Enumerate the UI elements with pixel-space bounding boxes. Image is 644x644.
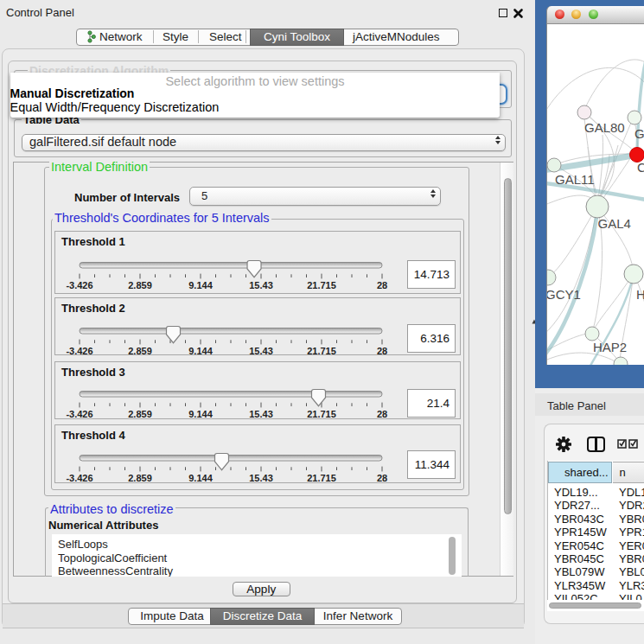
svg-text:21.715: 21.715 — [307, 280, 336, 290]
svg-text:15.43: 15.43 — [249, 473, 273, 483]
svg-text:15.43: 15.43 — [249, 346, 273, 356]
svg-text:9.144: 9.144 — [188, 346, 213, 356]
svg-text:2.859: 2.859 — [128, 280, 152, 290]
svg-text:21.715: 21.715 — [307, 346, 336, 356]
svg-text:2.859: 2.859 — [128, 409, 152, 419]
svg-text:15.43: 15.43 — [249, 409, 273, 419]
svg-text:9.144: 9.144 — [188, 409, 213, 419]
svg-text:28: 28 — [377, 473, 387, 483]
svg-text:GAL11: GAL11 — [555, 171, 595, 186]
svg-text:28: 28 — [377, 409, 387, 419]
svg-text:GAL4: GAL4 — [598, 215, 631, 230]
svg-text:15.43: 15.43 — [249, 280, 273, 290]
svg-text:28: 28 — [377, 346, 387, 356]
svg-text:HAP2: HAP2 — [593, 339, 627, 354]
svg-text:GA: GA — [634, 126, 644, 141]
svg-text:C: C — [637, 160, 644, 175]
svg-text:-3.426: -3.426 — [66, 280, 92, 290]
svg-text:-3.426: -3.426 — [66, 409, 92, 419]
svg-text:21.715: 21.715 — [307, 473, 336, 483]
svg-text:GCY1: GCY1 — [547, 286, 581, 301]
svg-text:2.859: 2.859 — [128, 473, 152, 483]
svg-text:-3.426: -3.426 — [66, 346, 92, 356]
svg-text:28: 28 — [377, 280, 387, 290]
svg-text:9.144: 9.144 — [188, 280, 213, 290]
svg-text:21.715: 21.715 — [307, 409, 336, 419]
svg-text:H: H — [636, 286, 644, 301]
svg-text:GAL80: GAL80 — [584, 119, 625, 134]
svg-text:-3.426: -3.426 — [66, 473, 92, 483]
svg-text:2.859: 2.859 — [128, 346, 152, 356]
svg-text:9.144: 9.144 — [188, 473, 213, 483]
